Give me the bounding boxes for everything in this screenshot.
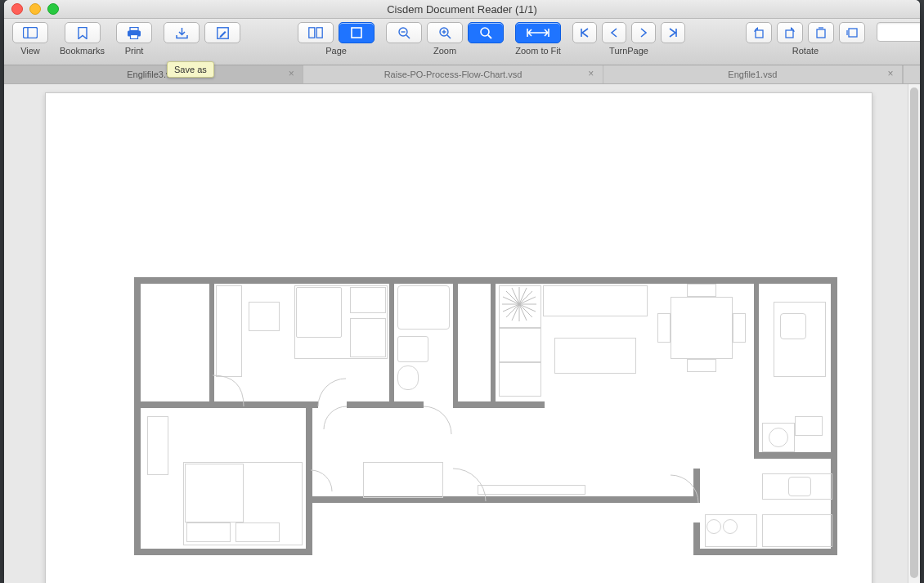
app-window: Cisdem Document Reader (1/1) View Bookma… <box>4 0 920 583</box>
zoom-actual-icon <box>480 27 492 39</box>
page-continuous-button[interactable] <box>298 22 334 43</box>
print-group: Print <box>116 22 152 56</box>
bookmarks-button[interactable] <box>65 22 101 43</box>
tab-label: Raise-PO-Process-Flow-Chart.vsd <box>384 70 523 79</box>
zoom-to-fit-label: Zoom to Fit <box>515 46 561 56</box>
svg-rect-6 <box>309 28 315 38</box>
tab-overflow[interactable] <box>903 65 920 83</box>
first-page-button[interactable] <box>572 22 597 43</box>
sidebar-icon <box>23 27 38 38</box>
saveas-tooltip: Save as <box>167 61 214 78</box>
flip-v-button[interactable] <box>839 22 865 43</box>
bookmarks-label: Bookmarks <box>60 46 105 56</box>
tab-close-button[interactable]: × <box>886 69 895 78</box>
rotate-left-button[interactable] <box>746 22 772 43</box>
tab-close-button[interactable]: × <box>586 69 596 78</box>
save-button[interactable] <box>164 22 200 43</box>
tab-0[interactable]: Englifile3.vsd × <box>4 65 303 83</box>
vertical-scrollbar[interactable] <box>908 84 920 583</box>
svg-rect-4 <box>131 34 138 38</box>
toolbar: View Bookmarks Print <box>4 19 920 65</box>
svg-rect-22 <box>817 29 825 38</box>
zoom-label: Zoom <box>433 46 456 56</box>
zoom-actual-button[interactable] <box>468 22 504 43</box>
svg-rect-7 <box>316 28 322 38</box>
tab-1[interactable]: Raise-PO-Process-Flow-Chart.vsd × <box>303 65 603 83</box>
svg-line-17 <box>488 35 491 38</box>
next-page-button[interactable] <box>631 22 656 43</box>
page-group: Page <box>298 22 375 56</box>
first-page-icon <box>580 28 590 38</box>
svg-rect-20 <box>756 30 763 38</box>
search-input[interactable]: Search <box>877 22 920 42</box>
svg-rect-2 <box>130 27 138 30</box>
zoom-group: Zoom <box>386 22 504 56</box>
rotate-right-icon <box>784 27 796 38</box>
fit-width-icon <box>527 28 549 38</box>
svg-rect-8 <box>352 28 361 38</box>
svg-point-16 <box>481 28 489 36</box>
zoom-out-icon <box>398 27 410 39</box>
prev-page-button[interactable] <box>602 22 626 43</box>
page-continuous-icon <box>308 27 323 38</box>
zoom-in-icon <box>439 27 451 39</box>
titlebar: Cisdem Document Reader (1/1) <box>4 0 920 19</box>
document-canvas[interactable] <box>4 84 908 583</box>
last-page-button[interactable] <box>661 22 685 43</box>
turnpage-label: TurnPage <box>609 46 648 56</box>
zoom-to-fit-button[interactable] <box>515 22 561 43</box>
download-icon <box>176 27 188 39</box>
svg-line-11 <box>406 35 410 38</box>
rotate-right-button[interactable] <box>777 22 803 43</box>
scrollbar-thumb[interactable] <box>910 87 918 578</box>
chevron-right-icon <box>639 28 648 38</box>
edit-button[interactable] <box>204 22 240 43</box>
edit-icon <box>217 27 229 39</box>
flip-v-icon <box>846 27 858 38</box>
view-group: View <box>12 22 48 56</box>
tab-2[interactable]: Engfile1.vsd × <box>603 65 903 83</box>
tab-close-button[interactable]: × <box>286 69 296 78</box>
print-label: Print <box>125 46 144 56</box>
page-single-button[interactable] <box>339 22 375 43</box>
page-label: Page <box>325 46 347 56</box>
bookmarks-group: Bookmarks <box>60 22 105 56</box>
rotate-label: Rotate <box>792 46 819 56</box>
zoom-in-button[interactable] <box>427 22 463 43</box>
zoom-out-button[interactable] <box>386 22 422 43</box>
flip-h-icon <box>815 27 827 38</box>
view-label: View <box>20 46 40 56</box>
svg-rect-0 <box>24 28 38 38</box>
svg-rect-23 <box>849 29 857 37</box>
svg-rect-21 <box>786 30 793 38</box>
search-group: Search Search <box>877 22 920 54</box>
rotate-left-icon <box>753 27 765 38</box>
svg-line-15 <box>447 35 451 38</box>
zoom-to-fit-group: Zoom to Fit <box>515 22 561 56</box>
page-single-icon <box>351 27 362 38</box>
bookmark-icon <box>78 27 87 39</box>
print-button[interactable] <box>116 22 152 43</box>
rotate-group: Rotate <box>746 22 865 56</box>
view-button[interactable] <box>12 22 48 43</box>
chevron-left-icon <box>610 28 618 38</box>
window-title: Cisdem Document Reader (1/1) <box>4 3 920 16</box>
turnpage-group: TurnPage <box>572 22 685 56</box>
printer-icon <box>127 27 141 39</box>
content-area <box>4 84 920 583</box>
last-page-icon <box>668 28 678 38</box>
tab-bar: Englifile3.vsd × Raise-PO-Process-Flow-C… <box>4 65 920 84</box>
tab-label: Engfile1.vsd <box>728 70 777 79</box>
document-page <box>45 92 872 583</box>
flip-h-button[interactable] <box>808 22 834 43</box>
export-group <box>164 22 240 56</box>
